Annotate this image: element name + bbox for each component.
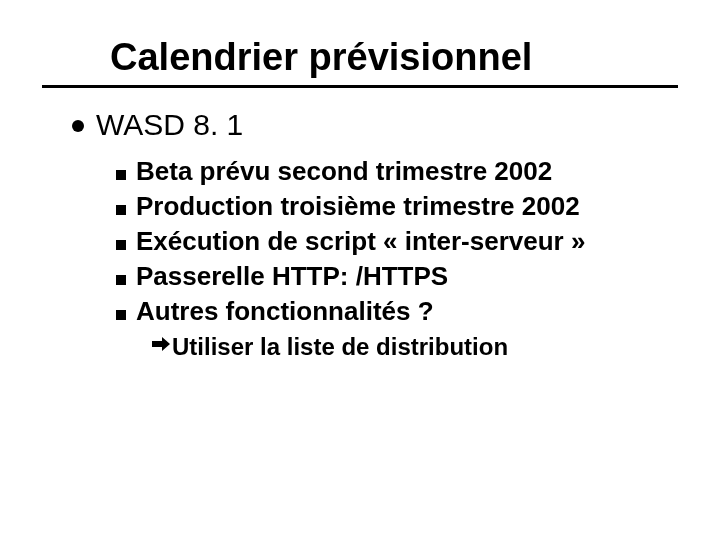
- list-item: Utiliser la liste de distribution: [150, 333, 660, 361]
- level1-text: WASD 8. 1: [96, 108, 243, 142]
- square-bullet-icon: [116, 166, 126, 184]
- level2-text: Beta prévu second trimestre 2002: [136, 156, 552, 187]
- circle-bullet-icon: [72, 118, 84, 136]
- list-item: Production troisième trimestre 2002: [116, 191, 660, 222]
- level2-text: Passerelle HTTP: /HTTPS: [136, 261, 448, 292]
- list-item: Beta prévu second trimestre 2002: [116, 156, 660, 187]
- level2-text: Production troisième trimestre 2002: [136, 191, 580, 222]
- slide: Calendrier prévisionnel WASD 8. 1 Beta p…: [0, 0, 720, 540]
- list-item: Autres fonctionnalités ?: [116, 296, 660, 327]
- square-bullet-icon: [116, 306, 126, 324]
- level2-text: Exécution de script « inter-serveur »: [136, 226, 585, 257]
- list-item: Passerelle HTTP: /HTTPS: [116, 261, 660, 292]
- list-item: WASD 8. 1: [72, 108, 660, 142]
- slide-title: Calendrier prévisionnel: [0, 0, 720, 85]
- level2-text: Autres fonctionnalités ?: [136, 296, 434, 327]
- square-bullet-icon: [116, 201, 126, 219]
- level3-text: Utiliser la liste de distribution: [172, 333, 508, 361]
- list-item: Exécution de script « inter-serveur »: [116, 226, 660, 257]
- slide-body: WASD 8. 1 Beta prévu second trimestre 20…: [0, 88, 720, 361]
- square-bullet-icon: [116, 271, 126, 289]
- square-bullet-icon: [116, 236, 126, 254]
- arrow-right-icon: [150, 337, 170, 357]
- level3-group: Utiliser la liste de distribution: [116, 333, 660, 361]
- level2-group: Beta prévu second trimestre 2002 Product…: [72, 156, 660, 361]
